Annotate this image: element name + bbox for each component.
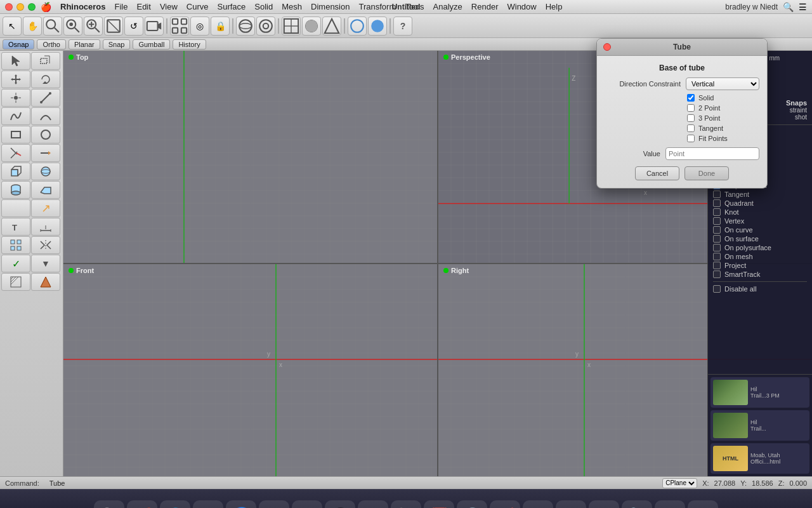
menu-mesh[interactable]: Mesh <box>282 2 302 12</box>
snap-on-polysurface-checkbox[interactable] <box>713 244 721 251</box>
arc-btn[interactable] <box>31 107 60 125</box>
snap-tangent[interactable]: Tangent <box>713 190 807 199</box>
dock-phone[interactable]: 📞 <box>391 500 421 508</box>
circle-btn[interactable] <box>31 126 60 144</box>
display-rendered-btn[interactable] <box>322 17 341 36</box>
snap-on-surface[interactable]: On surface <box>713 234 807 243</box>
text-btn[interactable]: T <box>1 218 30 236</box>
close-button[interactable] <box>5 3 13 11</box>
arrow-down-btn[interactable]: ▼ <box>31 255 60 272</box>
done-button[interactable]: Done <box>684 166 729 180</box>
dock-finder[interactable]: 🔍 <box>94 500 124 508</box>
snap-project-checkbox[interactable] <box>713 262 721 269</box>
osnap-toggle-btn[interactable]: Osnap <box>3 39 34 50</box>
dock-chrome[interactable]: 🌀 <box>226 500 256 508</box>
boolean-btn[interactable]: ⚙ <box>1 199 30 217</box>
rotate-btn[interactable] <box>31 70 60 88</box>
maximize-button[interactable] <box>28 3 36 11</box>
thumb-card-3[interactable]: HTML Moab, UtahOffici....html <box>710 443 809 474</box>
menu-edit[interactable]: Edit <box>136 2 150 12</box>
grid-snap-btn[interactable] <box>170 17 189 36</box>
2point-checkbox[interactable] <box>687 104 695 112</box>
dim-btn[interactable] <box>31 218 60 236</box>
snap-quadrant-checkbox[interactable] <box>713 199 721 207</box>
sphere-btn2[interactable] <box>31 163 60 180</box>
trim-btn[interactable] <box>1 144 30 162</box>
menu-apple[interactable]: 🍎 <box>41 2 51 12</box>
snap-vertex-checkbox[interactable] <box>713 217 721 225</box>
tangent-checkbox[interactable] <box>687 124 695 132</box>
snap-knot-checkbox[interactable] <box>713 208 721 216</box>
move-btn[interactable] <box>1 70 30 88</box>
dock-files[interactable]: 💼 <box>655 500 685 508</box>
extend-btn[interactable] <box>31 144 60 162</box>
menu-surface[interactable]: Surface <box>218 2 246 12</box>
select-tool-btn[interactable]: ↖ <box>3 17 22 36</box>
dialog-close-btn[interactable] <box>603 43 611 51</box>
camera-btn[interactable] <box>145 17 164 36</box>
menu-file[interactable]: File <box>115 2 128 12</box>
dock-clock[interactable]: 🕐 <box>457 500 487 508</box>
dock-trash[interactable]: 🗑 <box>688 500 718 508</box>
menu-view[interactable]: View <box>160 2 178 12</box>
hatch-btn[interactable] <box>1 273 30 291</box>
dock-appstore[interactable]: 🛒 <box>490 500 520 508</box>
snap-btn[interactable]: Snap <box>103 39 131 50</box>
pan-tool-btn[interactable]: ✋ <box>23 17 42 36</box>
ortho-btn[interactable]: Ortho <box>37 39 66 50</box>
snap-smarttrack[interactable]: SmartTrack <box>713 270 807 279</box>
3point-checkbox[interactable] <box>687 114 695 122</box>
minimize-button[interactable] <box>16 3 24 11</box>
menu-window[interactable]: Window <box>507 2 536 12</box>
rectangle-btn[interactable] <box>1 126 30 144</box>
display-shaded-btn[interactable] <box>302 17 321 36</box>
dock-calendar[interactable]: 📅 <box>424 500 454 508</box>
thumb-card-1[interactable]: HilTrail...3 PM <box>710 377 809 408</box>
2point-checkbox-row[interactable]: 2 Point <box>687 104 759 112</box>
select-btn[interactable] <box>1 52 30 70</box>
dock-music[interactable]: 🎵 <box>193 500 223 508</box>
ring-btn[interactable] <box>256 17 275 36</box>
fitpoints-checkbox-row[interactable]: Fit Points <box>687 135 759 142</box>
snap-on-curve-checkbox[interactable] <box>713 226 721 234</box>
snap-project[interactable]: Project <box>713 261 807 270</box>
rotate-view-btn[interactable]: ↺ <box>124 17 143 36</box>
snap-smarttrack-checkbox[interactable] <box>713 271 721 278</box>
disable-all-checkbox[interactable] <box>713 285 721 293</box>
snap-vertex[interactable]: Vertex <box>713 217 807 225</box>
fitpoints-checkbox[interactable] <box>687 135 695 142</box>
snap-on-polysurface[interactable]: On polysurface <box>713 243 807 252</box>
solid-checkbox-row[interactable]: Solid <box>687 94 759 102</box>
solid-checkbox[interactable] <box>687 94 695 102</box>
menu-render[interactable]: Render <box>471 2 499 12</box>
snap-on-curve[interactable]: On curve <box>713 225 807 234</box>
search-icon[interactable]: 🔍 <box>783 2 794 12</box>
checkmark-btn[interactable]: ✓ <box>1 255 30 272</box>
curve-btn[interactable] <box>1 107 30 125</box>
zoom-all-btn[interactable] <box>84 17 103 36</box>
snap-on-mesh-checkbox[interactable] <box>713 253 721 260</box>
snap-on-mesh[interactable]: On mesh <box>713 252 807 261</box>
surface-btn[interactable] <box>31 181 60 199</box>
tangent-checkbox-row[interactable]: Tangent <box>687 124 759 132</box>
viewport-front[interactable]: Front <box>63 264 437 476</box>
zoom-selected-btn[interactable] <box>63 17 82 36</box>
box-btn[interactable] <box>1 163 30 180</box>
snap-on-surface-checkbox[interactable] <box>713 235 721 243</box>
snap-point-btn[interactable]: ◎ <box>190 17 209 36</box>
menu-help[interactable]: Help <box>546 2 563 12</box>
direction-select[interactable]: Vertical Horizontal AroundCurve <box>686 77 759 90</box>
menu-dimension[interactable]: Dimension <box>311 2 350 12</box>
history-btn[interactable]: History <box>173 39 206 50</box>
dock-launchpad[interactable]: 🚀 <box>127 500 157 508</box>
menu-solid[interactable]: Solid <box>254 2 273 12</box>
cancel-button[interactable]: Cancel <box>635 166 679 180</box>
point-btn[interactable] <box>1 89 30 107</box>
menu-curve[interactable]: Curve <box>187 2 209 12</box>
value-input[interactable] <box>665 147 759 160</box>
lock-btn[interactable]: 🔒 <box>211 17 230 36</box>
menu-app[interactable]: Rhinoceros <box>60 2 106 12</box>
display-wireframe-btn[interactable] <box>282 17 301 36</box>
snap-knot[interactable]: Knot <box>713 208 807 217</box>
viewport-top[interactable]: Top <box>63 51 437 263</box>
